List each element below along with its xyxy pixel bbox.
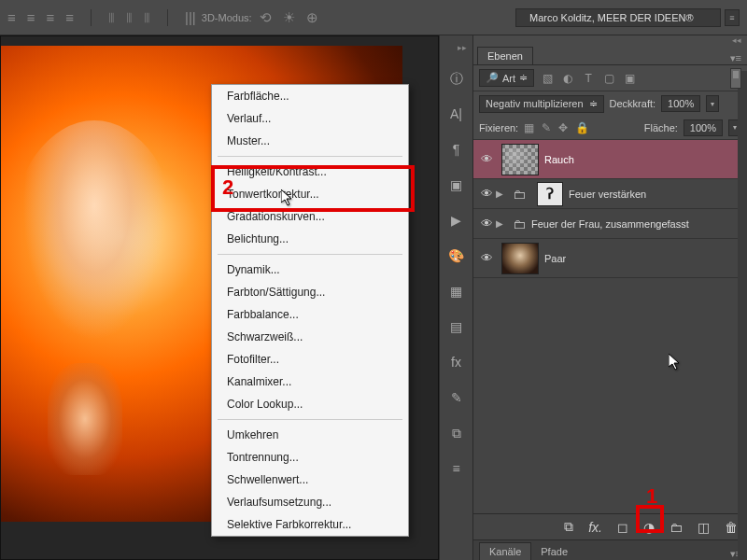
menu-item-schwarzweiss[interactable]: Schwarzweiß... <box>212 326 408 348</box>
color-wheel-icon[interactable]: 🎨 <box>448 248 465 265</box>
new-group-icon[interactable]: 🗀 <box>669 520 683 535</box>
menu-item-umkehren[interactable]: Umkehren <box>212 424 408 446</box>
paragraph-icon[interactable]: ¶ <box>448 142 465 159</box>
filter-adjustment-icon[interactable]: ◐ <box>560 72 575 85</box>
brush-settings-icon[interactable]: ⧉ <box>448 426 465 442</box>
distribute-icon[interactable]: ⫴ <box>144 9 150 26</box>
visibility-eye-icon[interactable]: 👁 <box>477 152 496 166</box>
timeline-icon[interactable]: ≡ <box>448 461 465 478</box>
visibility-eye-icon[interactable]: 👁 <box>477 217 496 231</box>
menu-item-dynamik[interactable]: Dynamik... <box>212 259 408 281</box>
layer-group-feuer-verstaerken[interactable]: 👁 ▶ 🗀 ʔ Feuer verstärken <box>473 179 747 209</box>
fill-field[interactable]: 100% <box>684 119 723 136</box>
collapse-icon[interactable]: ▸▸ <box>458 43 472 52</box>
annotation-number-1: 1 <box>646 484 657 509</box>
menu-item-helligkeit[interactable]: Helligkeit/Kontrast... <box>212 161 408 183</box>
opacity-label: Deckkraft: <box>610 98 656 109</box>
opacity-dropdown-icon[interactable]: ▾ <box>706 95 719 112</box>
tab-paths[interactable]: Pfade <box>531 543 577 560</box>
layer-thumbnail[interactable] <box>501 243 539 274</box>
styles-icon[interactable]: fx <box>448 355 465 371</box>
align-icon[interactable]: ≡ <box>47 9 55 26</box>
layer-thumbnail[interactable] <box>501 144 539 175</box>
filter-type-icon[interactable]: T <box>581 72 596 85</box>
menu-item-farbflaeche[interactable]: Farbfläche... <box>212 85 408 107</box>
lock-brush-icon[interactable]: ✎ <box>542 121 551 134</box>
visibility-eye-icon[interactable]: 👁 <box>477 187 496 201</box>
tab-layers[interactable]: Ebenen <box>477 47 533 64</box>
adjustment-layer-icon[interactable]: ◑ <box>643 520 655 535</box>
distribute-icon[interactable]: ||| <box>185 9 196 26</box>
vertical-scrollbar[interactable] <box>738 71 747 560</box>
filter-kind-select[interactable]: 🔎Art≑ <box>479 69 534 87</box>
menu-item-fotofilter[interactable]: Fotofilter... <box>212 348 408 371</box>
distribute-icon[interactable]: ⫴ <box>126 9 133 26</box>
filter-pixel-icon[interactable]: ▧ <box>540 72 555 85</box>
character-icon[interactable]: A| <box>448 106 465 123</box>
menu-item-selektive-farbe[interactable]: Selektive Farbkorrektur... <box>212 513 408 536</box>
layer-row-rauch[interactable]: 👁 Rauch <box>473 140 747 179</box>
disclosure-triangle-icon[interactable]: ▶ <box>496 218 507 229</box>
menu-item-tonwert[interactable]: Tonwertkorrektur... <box>212 183 408 205</box>
menu-item-schwellenwert[interactable]: Schwellenwert... <box>212 469 408 491</box>
annotation-number-2: 2 <box>222 175 233 200</box>
filter-shape-icon[interactable]: ▢ <box>601 72 616 85</box>
align-icon[interactable]: ≡ <box>7 9 16 26</box>
trash-icon[interactable]: 🗑 <box>725 520 738 535</box>
menu-item-verlaufsumsetzung[interactable]: Verlaufsumsetzung... <box>212 491 408 513</box>
opacity-field[interactable]: 100% <box>661 95 700 112</box>
menu-item-farbton[interactable]: Farbton/Sättigung... <box>212 281 408 303</box>
globe-icon[interactable]: ⊕ <box>306 9 318 26</box>
new-layer-icon[interactable]: ◫ <box>698 520 710 535</box>
top-options-bar: ≡ ≡ ≡ ≡ ⫴ ⫴ ⫴ ||| 3D-Modus: ⟲ ☀ ⊕ Marco … <box>0 0 747 35</box>
link-layers-icon[interactable]: ⧉ <box>564 519 573 535</box>
brush-icon[interactable]: ✎ <box>448 390 465 407</box>
layer-name: Rauch <box>544 154 743 165</box>
layers-list: 👁 Rauch 👁 ▶ 🗀 ʔ Feuer verstärken 👁 ▶ 🗀 F… <box>473 140 747 513</box>
filter-kind-value: Art <box>502 73 515 84</box>
adjustments-icon[interactable]: ▤ <box>448 319 465 336</box>
folder-icon: 🗀 <box>513 187 526 202</box>
tab-channels[interactable]: Kanäle <box>479 542 531 560</box>
blend-mode-select[interactable]: Negativ multiplizieren≑ <box>479 95 604 113</box>
layers-panel: ◂◂ Ebenen ▾≡ 🔎Art≑ ▧ ◐ T ▢ ▣ Negativ mul… <box>472 35 747 560</box>
orbit-icon[interactable]: ⟲ <box>260 9 272 26</box>
mask-icon[interactable]: ◻ <box>617 520 628 535</box>
alignment-tools: ≡ ≡ ≡ ≡ ⫴ ⫴ ⫴ ||| <box>7 9 196 26</box>
fx-icon[interactable]: fx. <box>588 520 602 535</box>
workspace-dropdown-icon[interactable]: ≡ <box>725 9 740 26</box>
menu-item-belichtung[interactable]: Belichtung... <box>212 228 408 250</box>
layer-name: Paar <box>544 253 743 264</box>
menu-item-color-lookup[interactable]: Color Lookup... <box>212 393 408 415</box>
menu-item-kanalmixer[interactable]: Kanalmixer... <box>212 371 408 393</box>
layer-row-paar[interactable]: 👁 Paar <box>473 239 747 278</box>
lock-label: Fixieren: <box>479 122 518 133</box>
disclosure-triangle-icon[interactable]: ▶ <box>496 189 507 199</box>
menu-item-farbbalance[interactable]: Farbbalance... <box>212 303 408 326</box>
layers-comp-icon[interactable]: ▣ <box>448 177 465 194</box>
workspace-name[interactable]: Marco Kolditz, MEER DER IDEEN® <box>515 8 721 27</box>
lock-transparency-icon[interactable]: ▦ <box>524 121 534 134</box>
panel-menu-icon[interactable]: ▾≡ <box>730 52 747 64</box>
filter-toggle-switch[interactable] <box>730 68 741 89</box>
lock-all-icon[interactable]: 🔒 <box>575 121 589 134</box>
panel-collapse-icon[interactable]: ◂◂ <box>473 35 747 47</box>
light-icon[interactable]: ☀ <box>283 9 295 26</box>
play-icon[interactable]: ▶ <box>448 213 465 230</box>
swatches-icon[interactable]: ▦ <box>448 284 465 301</box>
blend-mode-value: Negativ multiplizieren <box>486 98 584 109</box>
menu-item-verlauf[interactable]: Verlauf... <box>212 107 408 130</box>
align-icon[interactable]: ≡ <box>27 9 35 26</box>
distribute-icon[interactable]: ⫴ <box>108 9 115 26</box>
visibility-eye-icon[interactable]: 👁 <box>477 251 496 265</box>
layer-mask-thumbnail[interactable]: ʔ <box>537 182 563 206</box>
filter-smart-icon[interactable]: ▣ <box>622 72 637 85</box>
layer-group-feuer-frau[interactable]: 👁 ▶ 🗀 Feuer der Frau, zusammengefasst <box>473 209 747 239</box>
menu-item-muster[interactable]: Muster... <box>212 130 408 152</box>
align-icon[interactable]: ≡ <box>65 9 74 26</box>
adjustment-layer-context-menu: Farbfläche... Verlauf... Muster... Helli… <box>211 84 409 537</box>
info-icon[interactable]: ⓘ <box>448 71 465 88</box>
lock-position-icon[interactable]: ✥ <box>558 121 568 134</box>
menu-item-tontrennung[interactable]: Tontrennung... <box>212 446 408 469</box>
menu-item-gradation[interactable]: Gradationskurven... <box>212 205 408 228</box>
